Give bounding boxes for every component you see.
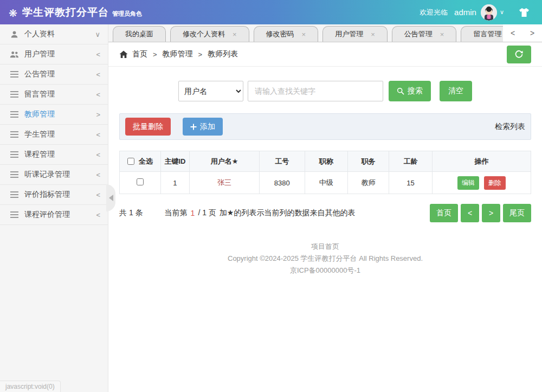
sidebar-item-label: 听课记录管理: [24, 170, 70, 179]
pagination: 共 1 条 当前第 1 / 1 页 加★的列表示当前列的数据来自其他的表 首页 …: [119, 204, 531, 222]
home-icon: [119, 50, 128, 59]
row-duty-cell: 教师: [348, 172, 389, 194]
last-page-button[interactable]: 尾页: [503, 204, 531, 222]
column-header-duty: 职务: [348, 151, 389, 172]
list-icon: [10, 91, 19, 98]
column-header-prof-title: 职称: [305, 151, 348, 172]
search-input[interactable]: [248, 81, 383, 101]
main-area: 我的桌面 修改个人资料 × 修改密码 × 用户管理 × 公告管理 × 留言管理 …: [108, 24, 542, 392]
icp-link[interactable]: 京ICP备00000000号-1: [119, 265, 531, 277]
breadcrumb-home[interactable]: 首页: [132, 49, 147, 59]
list-icon: [10, 111, 19, 118]
clear-button[interactable]: 清空: [440, 81, 472, 101]
sidebar-item-announcements[interactable]: 公告管理 <: [0, 65, 108, 85]
column-header-work-no: 工号: [260, 151, 305, 172]
first-page-button[interactable]: 首页: [430, 204, 458, 222]
search-icon: [397, 87, 404, 95]
avatar[interactable]: [481, 4, 497, 21]
status-bar-link-preview: javascript:void(0): [0, 381, 61, 392]
star-column-hint: 加★的列表示当前列的数据来自其他的表: [220, 208, 356, 218]
close-icon[interactable]: ×: [371, 30, 375, 38]
list-icon: [10, 131, 19, 138]
sidebar-item-evaluation-metrics[interactable]: 评价指标管理 <: [0, 185, 108, 205]
chevron-icon: <: [96, 50, 100, 59]
chevron-icon: ∨: [95, 30, 100, 38]
sidebar-item-label: 教师管理: [24, 110, 55, 119]
tab-edit-profile[interactable]: 修改个人资料 ×: [170, 26, 249, 42]
sidebar-item-students[interactable]: 学生管理 <: [0, 125, 108, 145]
tshirt-icon[interactable]: [518, 8, 530, 17]
username-link[interactable]: 张三: [217, 178, 231, 187]
teacher-table: 全选 主键ID 用户名★ 工号 职称 职务 工龄 操作 1: [119, 151, 531, 194]
user-icon: [10, 30, 19, 38]
sidebar-item-label: 评价指标管理: [24, 190, 70, 200]
next-page-button[interactable]: >: [482, 204, 500, 222]
row-select-cell: [120, 172, 161, 194]
breadcrumb-teacher-list[interactable]: 教师列表: [208, 49, 238, 59]
tab-announcement-management[interactable]: 公告管理 ×: [392, 26, 457, 42]
add-button[interactable]: 添加: [183, 118, 223, 136]
search-field-select[interactable]: 用户名: [178, 81, 243, 101]
current-page-number: 1: [191, 209, 195, 217]
sidebar-item-label: 公告管理: [24, 69, 55, 79]
edit-button[interactable]: 编辑: [457, 176, 479, 190]
plus-icon: [190, 124, 197, 130]
list-icon: [10, 211, 19, 218]
chevron-down-icon[interactable]: ∨: [500, 9, 504, 16]
select-all-checkbox[interactable]: [127, 158, 134, 165]
scroll-tabs-right-button[interactable]: >: [526, 28, 539, 38]
sidebar-item-profile[interactable]: 个人资料 ∨: [0, 24, 108, 44]
delete-button[interactable]: 删除: [484, 176, 506, 190]
sidebar-item-courses[interactable]: 课程管理 <: [0, 145, 108, 165]
list-icon: [10, 171, 19, 178]
row-checkbox[interactable]: [137, 178, 144, 185]
breadcrumb-teacher-management[interactable]: 教师管理: [163, 49, 193, 59]
tab-label: 留言管理: [473, 29, 501, 39]
sidebar-item-teachers[interactable]: 教师管理 >: [0, 105, 108, 125]
tab-label: 修改密码: [266, 29, 294, 39]
collapse-arrow-icon: [109, 195, 113, 201]
row-id-cell: 1: [160, 172, 189, 194]
sidebar-item-label: 用户管理: [24, 49, 55, 59]
brand: ❋ 学生评教打分平台 管理员角色: [9, 5, 142, 20]
batch-delete-label: 批量删除: [133, 122, 163, 131]
tab-my-desktop[interactable]: 我的桌面: [113, 26, 166, 42]
tab-bar: 我的桌面 修改个人资料 × 修改密码 × 用户管理 × 公告管理 × 留言管理 …: [108, 24, 542, 42]
scroll-tabs-left-button[interactable]: <: [506, 28, 519, 38]
refresh-button[interactable]: [507, 46, 531, 63]
table-header-row: 全选 主键ID 用户名★ 工号 职称 职务 工龄 操作: [120, 151, 531, 172]
sidebar-item-users[interactable]: 用户管理 <: [0, 44, 108, 65]
close-icon[interactable]: ×: [233, 30, 237, 38]
sidebar-item-label: 课程评价管理: [24, 210, 70, 220]
prev-page-button[interactable]: <: [461, 204, 479, 222]
welcome-text: 欢迎光临: [420, 8, 448, 17]
footer: 项目首页 Copyright ©2024-2025 学生评教打分平台 All R…: [119, 241, 531, 277]
current-page-prefix: 当前第: [165, 208, 188, 218]
list-icon: [10, 151, 19, 158]
chevron-icon: <: [96, 91, 100, 99]
tab-label: 修改个人资料: [183, 29, 225, 39]
tab-change-password[interactable]: 修改密码 ×: [254, 26, 319, 42]
top-header: ❋ 学生评教打分平台 管理员角色 欢迎光临 admin ∨: [0, 0, 542, 24]
breadcrumb-separator: >: [198, 50, 203, 59]
project-home-link[interactable]: 项目首页: [119, 241, 531, 253]
sidebar-item-messages[interactable]: 留言管理 <: [0, 85, 108, 105]
sidebar-item-attendance-records[interactable]: 听课记录管理 <: [0, 165, 108, 185]
close-icon[interactable]: ×: [440, 30, 444, 38]
batch-delete-button[interactable]: 批量删除: [125, 118, 171, 136]
users-icon: [10, 51, 19, 58]
table-row: 1 张三 8380 中级 教师 15 编辑 删除: [120, 172, 531, 194]
close-icon[interactable]: ×: [302, 30, 306, 38]
sidebar: 个人资料 ∨ 用户管理 < 公告管理 < 留言管理 < 教师管理 > 学生管理 …: [0, 24, 108, 392]
tab-user-management[interactable]: 用户管理 ×: [322, 26, 388, 42]
search-button[interactable]: 搜索: [389, 81, 431, 101]
tab-scroller: < >: [503, 24, 542, 42]
tab-label: 公告管理: [404, 29, 433, 39]
list-icon: [10, 71, 19, 78]
sidebar-item-course-evaluations[interactable]: 课程评价管理 <: [0, 205, 108, 225]
username-text: admin: [454, 8, 476, 17]
total-count: 共 1 条: [119, 208, 143, 218]
column-header-operation: 操作: [432, 151, 531, 172]
chevron-icon: >: [96, 111, 100, 119]
row-username-cell: 张三: [190, 172, 260, 194]
